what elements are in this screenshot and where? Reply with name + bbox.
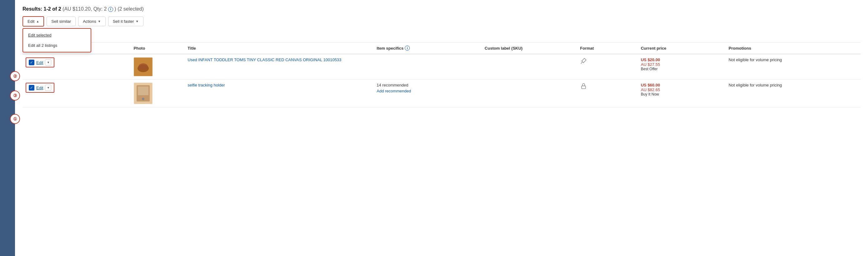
th-item-specifics: Item specifics i [374,42,482,54]
row1-chevron-icon[interactable]: ▼ [45,59,51,66]
th-format: Format [577,42,638,54]
sell-faster-chevron-icon: ▼ [136,20,139,23]
th-title: Title [184,42,374,54]
row2-edit-link[interactable]: Edit [36,85,43,90]
row1-photo-cell [131,54,185,80]
left-sidebar [0,0,15,256]
row1-custom-label-cell [482,54,577,80]
sell-faster-button[interactable]: Sell it faster ▼ [108,16,144,26]
row2-title-cell: selfie tracking holder [184,80,374,107]
row1-price-cell: US $20.00 AU $27.55 Best Offer [638,54,725,80]
row2-price-usd: US $60.00 [641,83,722,87]
row1-photo [134,58,153,76]
row2-item-specifics-count: 14 recommended [377,83,478,87]
results-range: 1-2 of 2 [44,6,61,11]
row1-price-extra: Best Offer [641,67,722,71]
row1-item-specifics-cell [374,54,482,80]
edit-dropdown-container: Edit ▲ [23,16,44,27]
row2-actions-cell: ✓ Edit ▼ [23,80,131,107]
th-photo: Photo [131,42,185,54]
row2-add-recommended-link[interactable]: Add recommended [377,89,411,93]
row1-format-cell [577,54,638,80]
results-header: Results: 1-2 of 2 (AU $110.20, Qty: 2 i … [23,6,861,12]
row1-title-link[interactable]: Used INFANT TODDLER TOMS TINY CLASSIC RE… [188,58,341,62]
listings-table: Photo Title Item specifics i Custom labe… [23,42,861,107]
actions-button[interactable]: Actions ▼ [78,16,106,26]
row2-price-cell: US $60.00 AU $82.65 Buy It Now [638,80,725,107]
row2-checkbox-area: ✓ Edit ▼ [26,83,54,93]
row1-actions-cell: ✓ Edit ▼ [23,54,131,80]
annotation-circle-2: ② [10,71,20,81]
results-label: Results: [23,6,42,11]
row1-checkbox-area: ✓ Edit ▼ [26,58,54,67]
row1-format-icon [580,59,587,66]
row2-chevron-icon[interactable]: ▼ [45,85,51,91]
edit-dropdown-menu: Edit selected Edit all 2 listings [23,28,91,52]
svg-rect-7 [581,86,585,89]
row1-price-usd: US $20.00 [641,58,722,62]
row2-promotions-cell: Not eligible for volume pricing [725,80,861,107]
item-specifics-info-icon[interactable]: i [405,45,410,50]
row2-custom-label-cell [482,80,577,107]
actions-chevron-icon: ▼ [98,20,101,23]
table-row: ✓ Edit ▼ [23,80,861,107]
edit-chevron-icon: ▲ [36,20,39,23]
row1-title-cell: Used INFANT TODDLER TOMS TINY CLASSIC RE… [184,54,374,80]
svg-rect-5 [138,86,149,95]
row1-edit-link[interactable]: Edit [36,60,43,65]
row1-price-aud: AU $27.55 [641,62,722,67]
annotation-circle-3: ③ [10,90,20,101]
row2-title-link[interactable]: selfie tracking holder [188,83,225,87]
th-current-price: Current price [638,42,725,54]
row2-format-cell [577,80,638,107]
row1-checkbox[interactable]: ✓ [29,60,34,65]
th-custom-label: Custom label (SKU) [482,42,577,54]
table-row: ✓ Edit ▼ [23,54,861,80]
edit-all-option[interactable]: Edit all 2 listings [23,40,91,50]
th-promotions: Promotions [725,42,861,54]
row2-price-extra: Buy It Now [641,92,722,97]
sell-similar-button[interactable]: Sell similar [46,16,75,26]
svg-point-6 [142,98,145,100]
row2-price-aud: AU $82.65 [641,87,722,92]
svg-point-2 [138,63,148,70]
row2-item-specifics-cell: 14 recommended Add recommended [374,80,482,107]
annotation-circle-1: ① [10,114,20,124]
row2-photo [134,83,153,104]
row1-promotions-cell: Not eligible for volume pricing [725,54,861,80]
qty-info: (AU $110.20, Qty: 2 i ) [63,6,118,11]
main-content: ② ③ ① Results: 1-2 of 2 (AU $110.20, Qty… [15,0,868,256]
row2-checkbox[interactable]: ✓ [29,85,34,90]
toolbar: Edit ▲ Edit selected Edit all 2 listings… [23,16,861,27]
edit-button[interactable]: Edit ▲ [23,17,43,26]
edit-selected-option[interactable]: Edit selected [23,30,91,40]
row2-photo-cell [131,80,185,107]
selected-info: (2 selected) [118,6,144,11]
row2-format-icon [580,85,587,91]
info-icon[interactable]: i [108,7,113,12]
